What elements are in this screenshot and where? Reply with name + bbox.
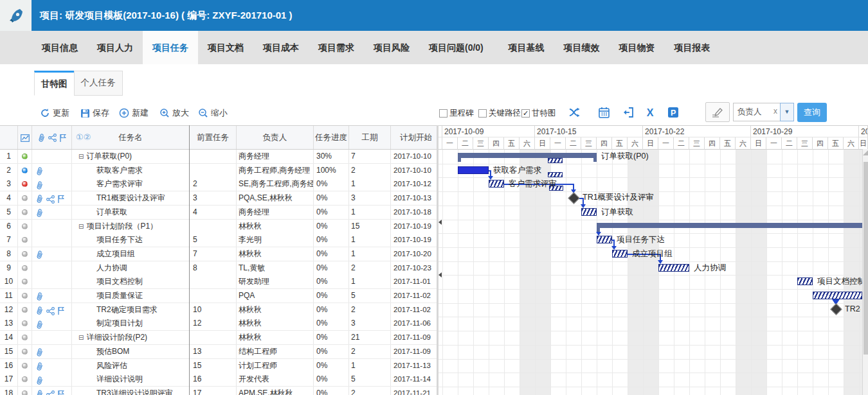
- task-bar[interactable]: [658, 264, 689, 272]
- task-name-cell[interactable]: 项目文档控制: [72, 275, 190, 288]
- paperclip-icon[interactable]: [36, 348, 44, 357]
- nav-tab-11[interactable]: 项目物资: [610, 31, 665, 64]
- task-name-cell[interactable]: 项目任务下达: [72, 233, 190, 247]
- paperclip-icon[interactable]: [36, 320, 44, 329]
- flag-icon[interactable]: [57, 195, 64, 204]
- checkbox-box[interactable]: [478, 109, 487, 118]
- table-row[interactable]: 12TR2确定项目需求10林秋秋0%22017-11-02: [0, 303, 438, 317]
- task-name-cell[interactable]: TR2确定项目需求: [72, 303, 190, 317]
- task-name-cell[interactable]: 风险评估: [72, 359, 190, 373]
- nav-tab-9[interactable]: 项目基线: [499, 31, 554, 64]
- splitter-collapse-icon[interactable]: [439, 220, 442, 225]
- nav-tab-1[interactable]: 项目信息: [32, 31, 87, 64]
- save-button[interactable]: 保存: [80, 107, 109, 119]
- clear-filter-button[interactable]: x: [770, 103, 781, 121]
- task-name-cell[interactable]: 订单获取: [72, 206, 190, 219]
- task-name-cell[interactable]: TR3详细设计说明评审: [72, 387, 190, 395]
- checkbox-甘特图[interactable]: ✓甘特图: [521, 108, 556, 118]
- table-row[interactable]: 14⊟详细设计阶段(P2)林秋秋0%212017-11-09: [0, 331, 438, 345]
- nav-tab-7[interactable]: 项目风险: [364, 31, 419, 64]
- table-row[interactable]: 11项目质量保证PQA0%52017-11-02: [0, 289, 438, 303]
- paperclip-icon[interactable]: [36, 376, 44, 385]
- paperclip-icon[interactable]: [36, 390, 44, 395]
- owner-filter-dropdown[interactable]: ▼: [780, 103, 794, 121]
- zoom-out-button[interactable]: 缩小: [198, 107, 228, 119]
- table-row[interactable]: 18TR3详细设计说明评审17APM,SE,林秋秋0%22017-11-21: [0, 387, 438, 395]
- scrollbar-thumb[interactable]: [863, 162, 868, 355]
- paperclip-icon[interactable]: [36, 181, 44, 190]
- share-icon[interactable]: [46, 195, 55, 204]
- task-bar[interactable]: [597, 236, 612, 243]
- table-row[interactable]: 16风险评估15计划工程师0%12017-11-13: [0, 359, 438, 373]
- task-name-cell[interactable]: 成立项目组: [72, 247, 190, 261]
- refresh-button[interactable]: 更新: [40, 107, 69, 119]
- paperclip-icon[interactable]: [36, 292, 44, 301]
- project-icon[interactable]: P: [667, 107, 679, 118]
- nav-tab-4[interactable]: 项目文档: [198, 31, 253, 64]
- gantt-vertical-scrollbar[interactable]: [862, 149, 868, 395]
- milestone-diamond[interactable]: [568, 192, 579, 204]
- table-row[interactable]: 17详细设计说明16开发代表0%52017-11-14: [0, 373, 438, 387]
- table-row[interactable]: 9人力协调8TL,黄敏0%22017-10-23: [0, 261, 438, 276]
- collapse-icon[interactable]: ⊟: [78, 334, 84, 341]
- task-name-cell[interactable]: ⊟项目计划阶段（P1）: [72, 220, 190, 233]
- excel-icon[interactable]: X: [644, 107, 656, 118]
- paperclip-icon[interactable]: [36, 209, 44, 218]
- task-name-cell[interactable]: ⊟详细设计阶段(P2): [72, 331, 190, 344]
- table-row[interactable]: 1⊟订单获取(P0)商务经理30%72017-10-10: [0, 150, 438, 164]
- nav-tab-10[interactable]: 项目绩效: [554, 31, 610, 64]
- milestone-diamond[interactable]: [830, 303, 842, 315]
- task-name-cell[interactable]: 客户需求评审: [72, 177, 190, 191]
- table-row[interactable]: 8成立项目组7林秋秋0%12017-10-20: [0, 247, 438, 261]
- task-name-cell[interactable]: 预估BOM: [72, 345, 190, 358]
- task-bar[interactable]: [813, 292, 862, 299]
- share-icon[interactable]: [46, 391, 55, 395]
- table-row[interactable]: 10项目文档控制研发助理0%12017-11-01: [0, 275, 438, 289]
- progress-bar[interactable]: [458, 166, 489, 174]
- export-icon[interactable]: [622, 107, 634, 118]
- table-row[interactable]: 2获取客户需求商务工程师,商务经理100%22017-10-10: [0, 164, 438, 178]
- table-row[interactable]: 7项目任务下达5李光明0%12017-10-19: [0, 233, 438, 247]
- calendar-icon[interactable]: [599, 107, 610, 118]
- task-name-cell[interactable]: 制定项目计划: [72, 317, 190, 330]
- new-button[interactable]: 新建: [119, 107, 149, 119]
- task-name-cell[interactable]: ⊟订单获取(P0): [72, 150, 190, 163]
- collapse-icon[interactable]: ⊟: [78, 153, 84, 160]
- nav-tab-6[interactable]: 项目需求: [309, 31, 364, 64]
- zoom-in-button[interactable]: 放大: [159, 107, 189, 119]
- edit-columns-button[interactable]: [705, 102, 730, 122]
- paperclip-icon[interactable]: [36, 195, 44, 204]
- table-gantt-splitter[interactable]: [437, 125, 439, 395]
- nav-tab-3[interactable]: 项目任务: [143, 31, 198, 64]
- nav-tab-8[interactable]: 项目问题(0/0): [419, 31, 493, 64]
- paperclip-icon[interactable]: [36, 167, 44, 176]
- flag-icon[interactable]: [57, 306, 64, 315]
- summary-bar[interactable]: [597, 223, 862, 228]
- paperclip-icon[interactable]: [36, 306, 44, 315]
- checkbox-box[interactable]: [439, 109, 448, 118]
- flag-icon[interactable]: [57, 390, 64, 395]
- sub-tab-2[interactable]: 个人任务: [74, 71, 123, 96]
- level-1-icon[interactable]: ①②: [76, 126, 91, 149]
- splitter-collapse-icon[interactable]: [439, 272, 442, 277]
- checkbox-里程碑[interactable]: 里程碑: [439, 108, 474, 118]
- table-row[interactable]: 6⊟项目计划阶段（P1）林秋秋0%152017-10-19: [0, 220, 438, 234]
- table-row[interactable]: 4TR1概要设计及评审3PQA,SE,林秋秋0%32017-10-13: [0, 191, 438, 206]
- checkbox-关键路径[interactable]: 关键路径: [478, 108, 521, 118]
- summary-bar[interactable]: [458, 153, 597, 158]
- table-row[interactable]: 13制定项目计划12林秋秋0%32017-11-06: [0, 317, 438, 331]
- nav-tab-12[interactable]: 项目报表: [665, 31, 720, 64]
- table-row[interactable]: 3客户需求评审2SE,商务工程师,商务经理0%12017-10-12: [0, 177, 438, 191]
- share-icon[interactable]: [46, 307, 55, 315]
- table-row[interactable]: 15预估BOM13结构工程师0%22017-11-09: [0, 345, 438, 359]
- task-name-cell[interactable]: 人力协调: [72, 261, 190, 275]
- paperclip-icon[interactable]: [36, 250, 44, 259]
- task-name-cell[interactable]: 获取客户需求: [72, 164, 190, 177]
- shuffle-icon[interactable]: [568, 107, 580, 118]
- task-bar[interactable]: [612, 250, 628, 258]
- sub-tab-1[interactable]: 甘特图: [34, 71, 75, 96]
- paperclip-icon[interactable]: [36, 362, 44, 371]
- checkbox-box[interactable]: ✓: [521, 109, 530, 118]
- task-name-cell[interactable]: TR1概要设计及评审: [72, 191, 190, 205]
- table-row[interactable]: 5订单获取4商务经理0%12017-10-18: [0, 206, 438, 220]
